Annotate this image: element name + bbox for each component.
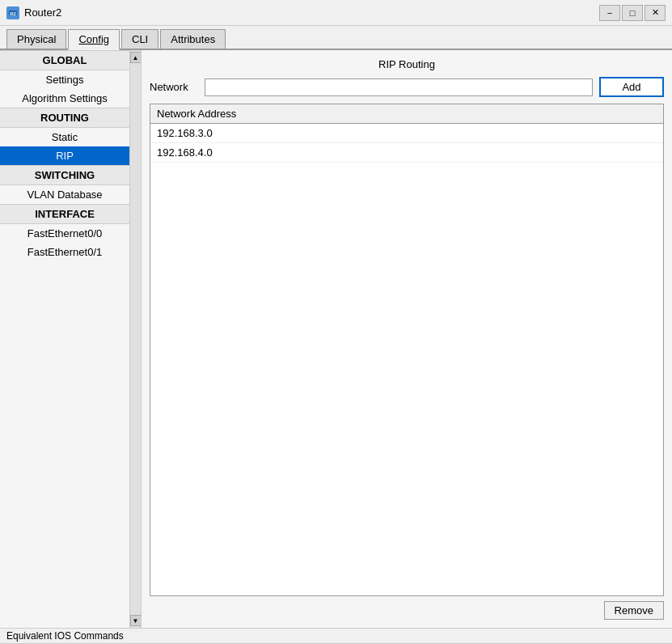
- remove-button[interactable]: Remove: [604, 601, 664, 620]
- tab-physical[interactable]: Physical: [6, 29, 66, 49]
- title-bar: R2 Router2 − □ ✕: [0, 0, 672, 26]
- network-table-container: Network Address 192.168.3.0192.168.4.0: [150, 104, 664, 596]
- app-icon: R2: [6, 6, 19, 19]
- network-table: Network Address 192.168.3.0192.168.4.0: [150, 104, 663, 163]
- tab-cli[interactable]: CLI: [121, 29, 158, 49]
- minimize-button[interactable]: −: [599, 5, 620, 21]
- add-button[interactable]: Add: [599, 77, 664, 97]
- rip-routing-panel: RIP Routing Network Add Network Address …: [142, 50, 672, 628]
- sidebar-inner: GLOBAL Settings Algorithm Settings ROUTI…: [0, 50, 129, 628]
- tab-attributes[interactable]: Attributes: [160, 29, 226, 49]
- main-content: GLOBAL Settings Algorithm Settings ROUTI…: [0, 50, 672, 628]
- sidebar-section-interface: INTERFACE: [0, 204, 129, 224]
- bottom-section: Equivalent IOS Commands %LINK-5-CHANGED:…: [0, 628, 672, 644]
- tab-bar: Physical Config CLI Attributes: [0, 26, 672, 50]
- right-panel: RIP Routing Network Add Network Address …: [142, 50, 672, 628]
- remove-row: Remove: [150, 601, 664, 620]
- equiv-label: Equivalent IOS Commands: [0, 629, 672, 644]
- sidebar-item-fastethernet0-0[interactable]: FastEthernet0/0: [0, 224, 129, 243]
- sidebar-item-fastethernet0-1[interactable]: FastEthernet0/1: [0, 243, 129, 261]
- table-header-address: Network Address: [150, 104, 663, 124]
- sidebar-scrollbar[interactable]: ▲ ▼: [129, 50, 141, 628]
- table-cell-address: 192.168.4.0: [150, 143, 663, 163]
- svg-text:R2: R2: [10, 11, 16, 16]
- sidebar-item-static[interactable]: Static: [0, 128, 129, 146]
- network-row: Network Add: [150, 77, 664, 97]
- scroll-down-arrow[interactable]: ▼: [130, 615, 142, 626]
- sidebar: GLOBAL Settings Algorithm Settings ROUTI…: [0, 50, 142, 628]
- sidebar-scrollbar-area: GLOBAL Settings Algorithm Settings ROUTI…: [0, 50, 141, 628]
- window-title: Router2: [24, 6, 61, 19]
- scroll-up-arrow[interactable]: ▲: [130, 52, 142, 63]
- panel-title: RIP Routing: [150, 58, 664, 70]
- maximize-button[interactable]: □: [622, 5, 643, 21]
- window-controls: − □ ✕: [599, 5, 666, 21]
- tab-config[interactable]: Config: [68, 29, 120, 50]
- sidebar-item-rip[interactable]: RIP: [0, 146, 129, 165]
- sidebar-section-global: GLOBAL: [0, 50, 129, 70]
- table-row[interactable]: 192.168.3.0: [150, 124, 663, 143]
- sidebar-item-algorithm-settings[interactable]: Algorithm Settings: [0, 89, 129, 108]
- network-table-body: 192.168.3.0192.168.4.0: [150, 124, 663, 163]
- table-cell-address: 192.168.3.0: [150, 124, 663, 143]
- close-button[interactable]: ✕: [645, 5, 666, 21]
- title-bar-left: R2 Router2: [6, 6, 61, 19]
- network-input[interactable]: [205, 78, 593, 96]
- table-row[interactable]: 192.168.4.0: [150, 143, 663, 163]
- sidebar-item-vlan-database[interactable]: VLAN Database: [0, 185, 129, 204]
- sidebar-item-settings[interactable]: Settings: [0, 70, 129, 89]
- sidebar-section-routing: ROUTING: [0, 108, 129, 128]
- sidebar-section-switching: SWITCHING: [0, 165, 129, 185]
- network-label: Network: [150, 81, 198, 93]
